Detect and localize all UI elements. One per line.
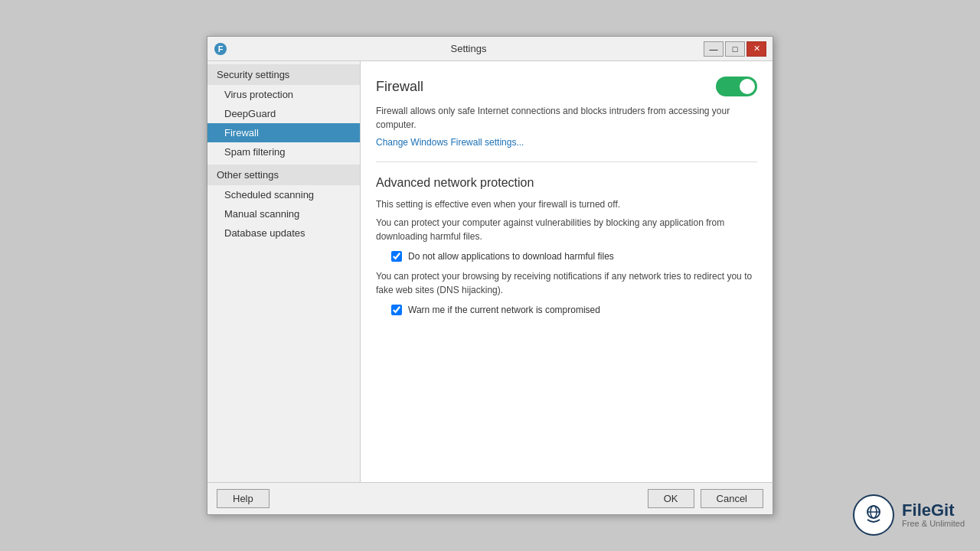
help-button[interactable]: Help	[217, 489, 270, 508]
minimize-button[interactable]: —	[704, 41, 724, 57]
settings-window: F Settings — □ ✕ Security settings Virus…	[207, 36, 773, 515]
filegit-name: FileGit	[902, 502, 965, 519]
advanced-desc1: This setting is effective even when your…	[376, 197, 757, 211]
filegit-watermark: FileGit Free & Unlimited	[853, 494, 965, 536]
checkbox1-row: Do not allow applications to download ha…	[391, 251, 757, 262]
checkbox2-label: Warn me if the current network is compro…	[408, 305, 600, 315]
section-divider	[376, 161, 757, 162]
sidebar-item-firewall[interactable]: Firewall	[207, 123, 360, 142]
filegit-text: FileGit Free & Unlimited	[902, 502, 965, 528]
sidebar-item-scheduled-scanning[interactable]: Scheduled scanning	[207, 185, 360, 204]
window-controls: — □ ✕	[704, 41, 766, 57]
sidebar-section-other[interactable]: Other settings	[207, 165, 360, 185]
title-bar: F Settings — □ ✕	[207, 37, 773, 61]
window-footer: Help OK Cancel	[207, 482, 773, 514]
sidebar-item-spam-filtering[interactable]: Spam filtering	[207, 142, 360, 161]
filegit-logo	[853, 494, 894, 536]
checkbox2-input[interactable]	[391, 305, 402, 315]
firewall-toggle[interactable]: ON	[716, 77, 757, 96]
sidebar-item-manual-scanning[interactable]: Manual scanning	[207, 204, 360, 223]
cancel-button[interactable]: Cancel	[701, 489, 763, 508]
close-button[interactable]: ✕	[746, 41, 766, 57]
firewall-description: Firewall allows only safe Internet conne…	[376, 104, 757, 132]
toggle-knob	[740, 79, 755, 94]
advanced-protection-section: Advanced network protection This setting…	[376, 176, 757, 315]
ok-button[interactable]: OK	[648, 489, 694, 508]
advanced-desc2: You can protect your computer against vu…	[376, 216, 757, 243]
firewall-header-row: Firewall ON	[376, 77, 757, 96]
sidebar-item-virus-protection[interactable]: Virus protection	[207, 85, 360, 104]
window-body: Security settings Virus protection DeepG…	[207, 61, 773, 482]
footer-right-buttons: OK Cancel	[648, 489, 763, 508]
checkbox1-label: Do not allow applications to download ha…	[408, 251, 614, 262]
app-icon: F	[214, 42, 227, 56]
advanced-title: Advanced network protection	[376, 176, 757, 190]
sidebar-item-deepguard[interactable]: DeepGuard	[207, 104, 360, 123]
checkbox2-row: Warn me if the current network is compro…	[391, 305, 757, 315]
sidebar: Security settings Virus protection DeepG…	[207, 61, 361, 482]
advanced-desc3: You can protect your browsing by receivi…	[376, 269, 757, 297]
windows-firewall-link[interactable]: Change Windows Firewall settings...	[376, 137, 524, 148]
firewall-title: Firewall	[376, 79, 423, 95]
filegit-sub: Free & Unlimited	[902, 519, 965, 528]
sidebar-item-database-updates[interactable]: Database updates	[207, 223, 360, 243]
checkbox1-input[interactable]	[391, 251, 402, 262]
sidebar-section-security[interactable]: Security settings	[207, 64, 360, 85]
restore-button[interactable]: □	[725, 41, 745, 57]
main-content: Firewall ON Firewall allows only safe In…	[361, 61, 773, 482]
svg-text:F: F	[218, 44, 224, 54]
window-title: Settings	[234, 43, 704, 54]
